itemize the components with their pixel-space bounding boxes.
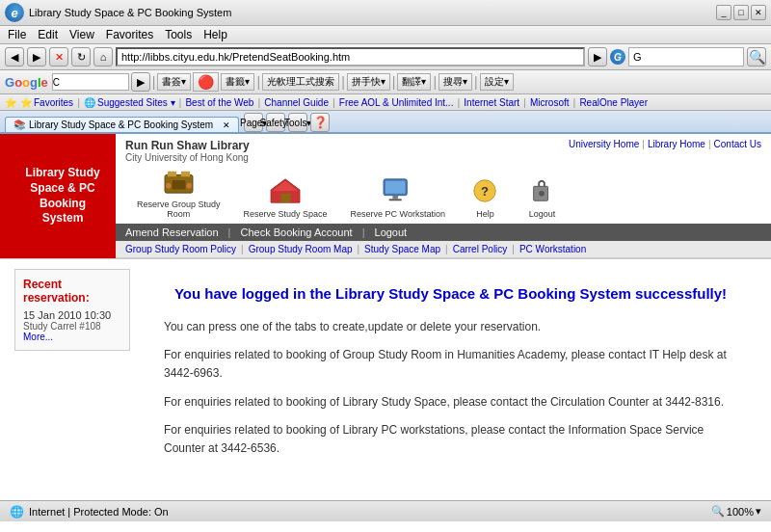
svg-text:?: ? [481, 184, 489, 199]
lib-header: Library Study Space & PC Booking System … [0, 134, 771, 259]
status-left: 🌐 Internet | Protected Mode: On [10, 505, 169, 519]
para-1: You can press one of the tabs to create,… [164, 318, 737, 336]
carrel-policy-link[interactable]: Carrel Policy [453, 244, 508, 254]
pc-workstation-label: Reserve PC Workstation [351, 209, 445, 219]
title-bar: e Library Study Space & PC Booking Syste… [0, 0, 771, 26]
toolbar-btn-3[interactable]: 書籤▾ [221, 73, 254, 91]
menu-file[interactable]: File [8, 28, 26, 41]
nav-logout[interactable]: Logout [514, 177, 571, 219]
favorites-link[interactable]: ⭐ Favorites [20, 97, 73, 108]
para-2: For enquiries related to booking of Grou… [164, 346, 737, 383]
group-study-room-map-link[interactable]: Group Study Room Map [249, 244, 353, 254]
zoom-control[interactable]: 🔍 100% ▾ [711, 505, 761, 518]
window-controls: _ □ ✕ [716, 5, 766, 20]
back-button[interactable]: ◀ [5, 47, 24, 66]
library-home-link[interactable]: Library Home [648, 139, 705, 149]
refresh-button[interactable]: ↻ [71, 47, 91, 66]
toolbar-btn-2[interactable]: 🔴 [193, 72, 219, 92]
study-space-icon [269, 177, 303, 206]
menu-help[interactable]: Help [203, 28, 227, 41]
browser-tab[interactable]: 📚 Library Study Space & PC Booking Syste… [5, 117, 239, 132]
pc-workstation-icon [381, 177, 414, 206]
lib-nav: Reserve Group StudyRoom Reserve Study Sp… [116, 163, 771, 224]
sidebar: Recent reservation: 15 Jan 2010 10:30 St… [14, 269, 130, 491]
tab-label: Library Study Space & PC Booking System [29, 120, 213, 130]
help-icon: ? [468, 177, 502, 206]
svg-point-4 [166, 183, 172, 189]
free-aol-link[interactable]: Free AOL & Unlimited Int... [339, 97, 454, 108]
google-search-input[interactable] [52, 73, 129, 91]
logout-action-link[interactable]: Logout [375, 226, 408, 238]
microsoft-link[interactable]: Microsoft [530, 97, 570, 108]
status-text: Internet | Protected Mode: On [29, 506, 169, 518]
logo-line1: Library Study [25, 166, 99, 179]
address-bar[interactable]: http://libbs.cityu.edu.hk/PretendSeatBoo… [116, 47, 585, 66]
menu-view[interactable]: View [69, 28, 94, 41]
nav-study-space[interactable]: Reserve Study Space [232, 177, 339, 219]
internet-start-link[interactable]: Internet Start [464, 97, 519, 108]
logo-line2: Space & PC [30, 181, 94, 195]
university-home-link[interactable]: University Home [569, 139, 639, 149]
settings-btn[interactable]: 設定▾ [480, 73, 514, 91]
amend-reservation-link[interactable]: Amend Reservation [125, 226, 219, 238]
nav-pc-workstation[interactable]: Reserve PC Workstation [339, 177, 457, 219]
main-area: Recent reservation: 15 Jan 2010 10:30 St… [0, 259, 771, 500]
menu-tools[interactable]: Tools [165, 28, 192, 41]
window-title: Library Study Space & PC Booking System [29, 7, 711, 18]
logo-arrow: Library Study Space & PC Booking System [10, 158, 106, 235]
realone-link[interactable]: RealOne Player [579, 97, 648, 108]
home-button[interactable]: ⌂ [93, 47, 113, 66]
svg-rect-12 [389, 199, 402, 200]
svg-rect-2 [181, 172, 190, 177]
zoom-dropdown-icon: ▾ [756, 505, 761, 518]
search-formula-btn[interactable]: 光軟理工式搜索 [262, 73, 339, 91]
maximize-button[interactable]: □ [733, 5, 749, 20]
recent-more-link[interactable]: More... [23, 332, 121, 342]
close-button[interactable]: ✕ [751, 5, 766, 20]
recent-item: Study Carrel #108 [23, 321, 121, 332]
nav-help[interactable]: ? Help [457, 177, 514, 219]
logout-label: Logout [529, 209, 556, 219]
best-web-link[interactable]: Best of the Web [185, 97, 253, 108]
google-search-btn[interactable]: ▶ [131, 72, 150, 92]
recent-date: 15 Jan 2010 10:30 [23, 309, 121, 321]
forward-button[interactable]: ▶ [27, 47, 46, 66]
svg-point-5 [186, 183, 192, 189]
group-study-room-policy-link[interactable]: Group Study Room Policy [125, 244, 236, 254]
nav-group-study[interactable]: Reserve Group StudyRoom [125, 168, 232, 219]
suggested-link[interactable]: 🌐 Suggested Sites ▾ [84, 97, 175, 108]
bookmarks-btn[interactable]: 書簽▾ [157, 73, 191, 91]
study-space-map-link[interactable]: Study Space Map [364, 244, 440, 254]
lib-header-right: Run Run Shaw Library City University of … [116, 134, 771, 258]
lib-name-block: Run Run Shaw Library City University of … [125, 139, 250, 163]
menu-favorites[interactable]: Favorites [106, 28, 153, 41]
tab-help-btn[interactable]: ❓ [310, 113, 330, 132]
go-button[interactable]: ▶ [588, 47, 607, 66]
channel-guide-link[interactable]: Channel Guide [264, 97, 329, 108]
nav-bar: ◀ ▶ ✕ ↻ ⌂ http://libbs.cityu.edu.hk/Pret… [0, 44, 771, 70]
study-space-label: Reserve Study Space [244, 209, 328, 219]
search-area: G G 🔍 [610, 47, 766, 66]
tab-safety-btn[interactable]: Safety▾ [266, 113, 285, 132]
secondary-nav: Group Study Room Policy | Group Study Ro… [116, 241, 771, 258]
tab-tools-btn[interactable]: Tools▾ [288, 113, 307, 132]
lib-top-links: University Home | Library Home | Contact… [569, 139, 761, 149]
para-3: For enquiries related to booking of Libr… [164, 393, 737, 412]
search2-btn[interactable]: 搜尋▾ [439, 73, 472, 91]
search-button[interactable]: 🔍 [747, 47, 766, 66]
search-input[interactable]: G [628, 47, 744, 66]
tab-close[interactable]: ✕ [223, 120, 230, 130]
zoom-level: 100% [727, 506, 754, 518]
lib-logo: Library Study Space & PC Booking System [0, 134, 116, 258]
status-bar: 🌐 Internet | Protected Mode: On 🔍 100% ▾ [0, 500, 771, 521]
translate-btn[interactable]: 翻譯▾ [397, 73, 431, 91]
menu-edit[interactable]: Edit [38, 28, 58, 41]
svg-point-16 [539, 191, 545, 197]
minimize-button[interactable]: _ [716, 5, 731, 20]
contact-us-link[interactable]: Contact Us [714, 139, 761, 149]
check-booking-account-link[interactable]: Check Booking Account [240, 226, 352, 238]
stop-button[interactable]: ✕ [49, 47, 68, 66]
pc-workstation-link[interactable]: PC Workstation [519, 244, 586, 254]
address-text: http://libbs.cityu.edu.hk/PretendSeatBoo… [121, 51, 350, 63]
pinyin-btn[interactable]: 拼手快▾ [347, 73, 390, 91]
